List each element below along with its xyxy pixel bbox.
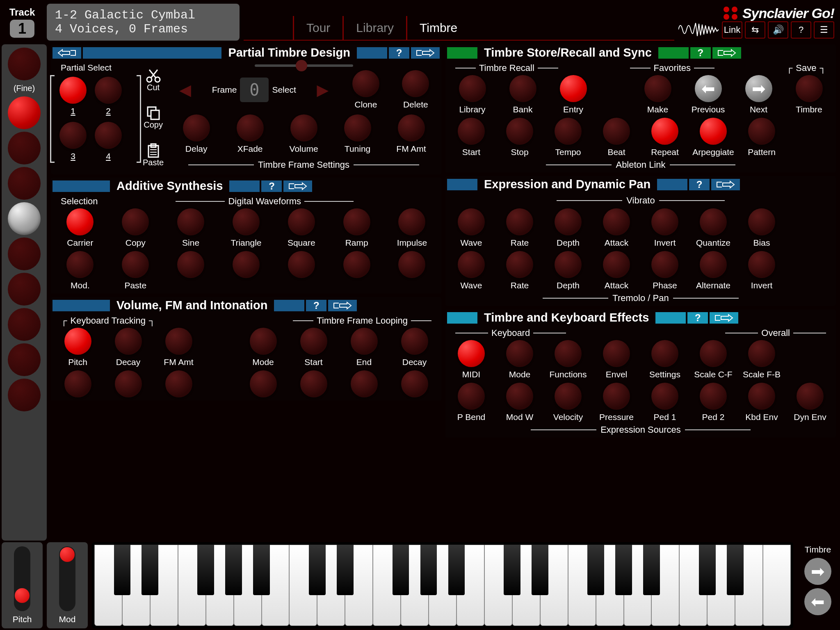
carrier-button[interactable]	[66, 208, 94, 235]
previous-button[interactable]: ⬅	[695, 75, 722, 102]
speaker-icon[interactable]: 🔊	[768, 21, 788, 39]
patch-title-box[interactable]: 1-2 Galactic Cymbal 4 Voices, 0 Frames	[47, 4, 240, 41]
arpeggiate-button[interactable]	[700, 118, 727, 145]
decay-track-button[interactable]	[115, 328, 142, 355]
frame-prev-arrow[interactable]: ◄	[176, 79, 195, 101]
volume-help[interactable]: ?	[306, 300, 326, 311]
partial-4-button[interactable]	[95, 122, 122, 149]
ped2-button[interactable]	[700, 383, 727, 410]
timbre-prev-arrow[interactable]: ⬅	[804, 588, 831, 615]
black-key[interactable]	[114, 545, 131, 595]
vib-rate-button[interactable]	[506, 208, 533, 235]
additive-help[interactable]: ?	[261, 180, 282, 192]
vfi-r2-6[interactable]	[351, 370, 378, 397]
panel-next-icon[interactable]	[411, 47, 440, 59]
pbend-button[interactable]	[458, 383, 485, 410]
entry-button[interactable]	[560, 75, 587, 102]
vib-invert-button[interactable]	[651, 208, 678, 235]
trem-rate-button[interactable]	[506, 251, 533, 278]
expression-next-icon[interactable]	[711, 179, 740, 190]
black-key[interactable]	[504, 545, 520, 595]
modw-button[interactable]	[506, 383, 533, 410]
vfi-r2-3[interactable]	[165, 370, 192, 397]
piano-keyboard[interactable]	[92, 542, 793, 628]
black-key[interactable]	[197, 545, 214, 595]
black-key[interactable]	[448, 545, 465, 595]
additive-r2-5[interactable]	[288, 251, 315, 278]
settings-button[interactable]	[651, 340, 678, 367]
loop-start-button[interactable]	[300, 328, 327, 355]
scale-fb-button[interactable]	[748, 340, 775, 367]
ped1-button[interactable]	[651, 383, 678, 410]
cut-button[interactable]: Cut	[145, 68, 162, 92]
vfi-r2-5[interactable]	[300, 370, 327, 397]
black-key[interactable]	[225, 545, 242, 595]
sidebar-button-1[interactable]	[8, 48, 41, 80]
vfi-r2-4[interactable]	[250, 370, 277, 397]
tempo-button[interactable]	[555, 118, 582, 145]
vib-bias-button[interactable]	[748, 208, 775, 235]
clone-button[interactable]	[352, 70, 379, 97]
dynenv-button[interactable]	[797, 383, 824, 410]
partial-3-button[interactable]	[59, 122, 87, 149]
additive-paste-button[interactable]	[122, 251, 149, 278]
save-timbre-button[interactable]	[796, 75, 823, 102]
vfi-r2-1[interactable]	[64, 370, 91, 397]
frame-next-arrow[interactable]: ►	[313, 79, 333, 101]
waveform-icon[interactable]	[678, 21, 719, 39]
black-key[interactable]	[393, 545, 409, 595]
delete-button[interactable]	[402, 70, 429, 97]
store-help[interactable]: ?	[690, 47, 711, 59]
delay-button[interactable]	[183, 114, 210, 142]
black-key[interactable]	[142, 545, 158, 595]
pitch-track-button[interactable]	[64, 328, 91, 355]
sidebar-button-8[interactable]	[8, 343, 41, 376]
loop-end-button[interactable]	[351, 328, 378, 355]
black-key[interactable]	[532, 545, 548, 595]
panel-help-button[interactable]: ?	[389, 47, 409, 59]
partial-2-button[interactable]	[95, 77, 122, 104]
timbre-next-arrow[interactable]: ➡	[804, 558, 831, 585]
copy-button[interactable]: Copy	[144, 105, 163, 130]
fmamt-button[interactable]	[398, 114, 425, 142]
tuning-button[interactable]	[344, 114, 371, 142]
ramp-button[interactable]	[343, 208, 370, 235]
trem-depth-button[interactable]	[555, 251, 582, 278]
trem-attack-button[interactable]	[603, 251, 630, 278]
square-button[interactable]	[288, 208, 315, 235]
midi-button[interactable]	[458, 340, 485, 367]
effects-next-icon[interactable]	[710, 312, 738, 324]
sidebar-button-4[interactable]	[8, 167, 41, 200]
loop-mode-button[interactable]	[250, 328, 277, 355]
additive-r2-3[interactable]	[177, 251, 204, 278]
impulse-button[interactable]	[398, 208, 425, 235]
library-button[interactable]	[459, 75, 486, 102]
black-key[interactable]	[587, 545, 604, 595]
sidebar-button-5[interactable]	[8, 237, 41, 270]
swap-icon[interactable]: ⇆	[745, 21, 765, 39]
triangle-button[interactable]	[233, 208, 260, 235]
functions-button[interactable]	[555, 340, 582, 367]
help-icon[interactable]: ?	[791, 21, 811, 39]
track-badge[interactable]: Track 1	[2, 4, 43, 41]
trem-wave-button[interactable]	[458, 251, 485, 278]
bank-button[interactable]	[509, 75, 536, 102]
mod-wheel[interactable]: Mod	[47, 542, 88, 628]
white-key[interactable]	[763, 545, 791, 626]
vib-wave-button[interactable]	[458, 208, 485, 235]
pitch-wheel[interactable]: Pitch	[2, 542, 43, 628]
trem-phase-button[interactable]	[651, 251, 678, 278]
pattern-button[interactable]	[748, 118, 775, 145]
kbdenv-button[interactable]	[748, 383, 775, 410]
xfade-button[interactable]	[237, 114, 264, 142]
black-key[interactable]	[309, 545, 326, 595]
mod-button[interactable]	[66, 251, 94, 278]
sidebar-button-9[interactable]	[8, 379, 41, 411]
black-key[interactable]	[727, 545, 744, 595]
kbd-mode-button[interactable]	[506, 340, 533, 367]
partial-1-button[interactable]	[59, 77, 87, 104]
panel-back-icon[interactable]	[52, 47, 81, 59]
beat-button[interactable]	[603, 118, 630, 145]
next-button[interactable]: ➡	[745, 75, 772, 102]
make-button[interactable]	[644, 75, 671, 102]
